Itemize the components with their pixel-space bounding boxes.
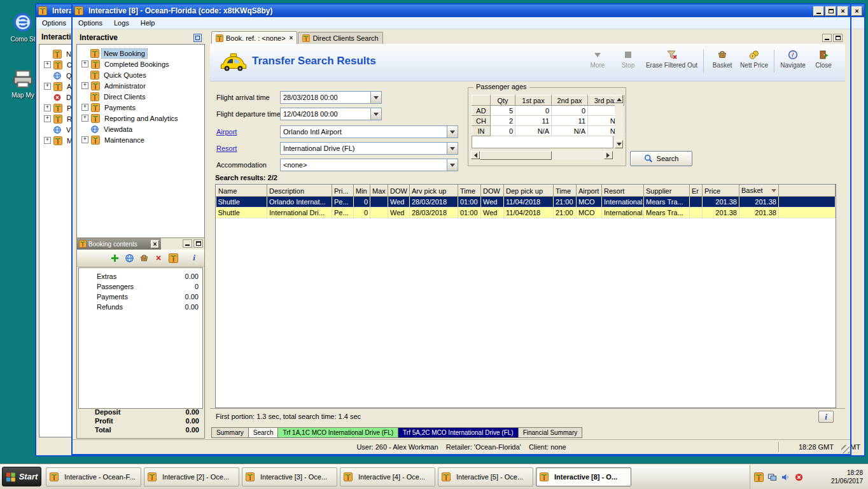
column-header[interactable]: Min xyxy=(354,185,370,197)
resize-grip[interactable] xyxy=(841,445,850,453)
column-header[interactable]: Arv pick up xyxy=(410,185,458,197)
tree-item-direct-clients[interactable]: Direct Clients xyxy=(77,91,204,102)
pax-row-adults[interactable]: AD 5 0 0 0 xyxy=(472,106,624,116)
pax-cell[interactable]: 0 xyxy=(491,126,515,136)
scroll-right-button[interactable] xyxy=(604,151,613,159)
column-header[interactable]: Er xyxy=(690,185,703,197)
booking-contents-tab[interactable]: Booking contents × xyxy=(77,238,161,250)
taskbar-button-2[interactable]: Interactive [2] - Oce... xyxy=(144,467,239,486)
booking-info-button[interactable]: i xyxy=(189,253,199,263)
erase-filtered-button[interactable]: Erase Filtered Out xyxy=(643,50,700,69)
web-button[interactable] xyxy=(124,253,134,263)
start-button[interactable]: Start xyxy=(2,467,41,486)
column-header[interactable]: Time xyxy=(554,185,577,197)
expand-icon[interactable]: + xyxy=(44,104,51,111)
pax-row-children[interactable]: CH 2 11 11 N/A xyxy=(472,116,624,126)
delete-item-button[interactable]: × xyxy=(153,253,164,263)
nett-price-button[interactable]: Nett Price xyxy=(738,50,771,69)
refresh-booking-button[interactable] xyxy=(168,253,178,263)
collapse-nav-button[interactable] xyxy=(193,34,202,42)
scroll-left-button[interactable] xyxy=(471,151,480,159)
pax-cell[interactable]: 2 xyxy=(491,116,515,126)
tab-financial-summary[interactable]: Financial Summary xyxy=(518,427,583,438)
basket-button[interactable] xyxy=(139,253,149,263)
expand-icon[interactable]: + xyxy=(81,136,88,143)
expand-icon[interactable]: + xyxy=(44,115,51,122)
tab-summary[interactable]: Summary xyxy=(211,427,249,438)
booking-row[interactable]: Passengers0 xyxy=(79,281,202,292)
booking-row[interactable]: Refunds0.00 xyxy=(79,302,202,312)
tree-item-reporting-analytics[interactable]: +Reporting and Analytics xyxy=(77,113,204,124)
close-page-button[interactable]: Close xyxy=(808,50,839,69)
tab-direct-clients-search[interactable]: Direct Clients Search xyxy=(298,32,382,44)
taskbar-button-4[interactable]: Interactive [4] - Oce... xyxy=(340,467,435,486)
tab-booking-ref[interactable]: Book. ref. : <none> × xyxy=(211,31,297,44)
expand-icon[interactable]: + xyxy=(81,115,88,122)
column-header-basket[interactable]: Basket xyxy=(739,185,779,197)
restore-panel-button[interactable] xyxy=(193,239,203,248)
tree-item-viewdata[interactable]: Viewdata xyxy=(77,124,204,134)
navigate-button[interactable]: Navigate xyxy=(778,50,808,69)
flight-arrival-combo[interactable]: 28/03/2018 00:00 xyxy=(280,91,382,104)
column-header[interactable]: Dep pick up xyxy=(504,185,554,197)
taskbar-button-3[interactable]: Interactive [3] - Oce... xyxy=(242,467,337,486)
pax-cell[interactable]: 11 xyxy=(515,116,552,126)
booking-row[interactable]: Payments0.00 xyxy=(79,292,202,302)
result-row-selected[interactable]: ShuttleOrlando Internat... Pe...0 Wed 28… xyxy=(216,197,836,208)
menu-help[interactable]: Help xyxy=(135,19,161,27)
column-header[interactable]: Max xyxy=(370,185,388,197)
booking-contents-panel[interactable]: Booking contents × × i Extras0.00 Passen… xyxy=(76,237,205,439)
result-row[interactable]: ShuttleInternational Dri... Pe...0 Wed 2… xyxy=(216,208,836,218)
maximize-pane-button[interactable] xyxy=(833,34,843,42)
dropdown-arrow-icon[interactable] xyxy=(447,159,458,171)
close-button[interactable]: × xyxy=(837,6,848,16)
collapse-pane-button[interactable] xyxy=(822,34,832,42)
tab-trf-5a2c[interactable]: Trf 5A,2C MCO International Drive (FL) xyxy=(398,427,519,438)
pax-cell[interactable]: 5 xyxy=(491,106,515,116)
tray-palm-icon[interactable] xyxy=(754,472,764,482)
menu-options[interactable]: Options xyxy=(73,19,108,27)
airport-combo[interactable]: Orlando Intl Airport xyxy=(280,125,458,138)
dropdown-arrow-icon[interactable] xyxy=(370,92,381,103)
tree-item-maintenance[interactable]: +Maintenance xyxy=(77,134,204,145)
minimize-panel-button[interactable] xyxy=(183,239,192,248)
pax-vertical-scrollbar[interactable] xyxy=(615,95,623,148)
column-header[interactable]: DOW xyxy=(388,185,410,197)
expand-icon[interactable]: + xyxy=(81,104,88,111)
expand-icon[interactable]: + xyxy=(44,83,51,90)
add-item-button[interactable] xyxy=(109,253,120,263)
dropdown-arrow-icon[interactable] xyxy=(447,143,458,154)
column-header[interactable]: Supplier xyxy=(644,185,690,197)
minimize-button[interactable] xyxy=(813,6,824,16)
expand-icon[interactable]: + xyxy=(44,137,51,144)
close-panel-icon[interactable]: × xyxy=(151,240,159,248)
taskbar-button-5[interactable]: Interactive [5] - Oce... xyxy=(438,467,533,486)
column-header[interactable]: DOW xyxy=(481,185,504,197)
column-header[interactable]: Time xyxy=(458,185,481,197)
resort-combo[interactable]: International Drive (FL) xyxy=(280,142,458,155)
pax-cell[interactable]: N/A xyxy=(515,126,552,136)
tab-search[interactable]: Search xyxy=(248,427,279,438)
close-tab-icon[interactable]: × xyxy=(290,34,293,41)
resort-link[interactable]: Resort xyxy=(216,145,237,152)
dropdown-arrow-icon[interactable] xyxy=(447,126,458,138)
column-header[interactable]: Price xyxy=(703,185,739,197)
tab-trf-1a1c[interactable]: Trf 1A,1C MCO International Drive (FL) xyxy=(277,427,398,438)
taskbar-button-1[interactable]: Interactive - Ocean-F... xyxy=(46,467,141,486)
flight-departure-combo[interactable]: 12/04/2018 00:00 xyxy=(280,108,382,120)
expand-icon[interactable]: + xyxy=(81,82,88,89)
tree-item-completed-bookings[interactable]: +Completed Bookings xyxy=(77,59,204,69)
info-button[interactable]: i xyxy=(818,411,834,423)
maximize-button[interactable] xyxy=(825,6,836,16)
tray-network-icon[interactable] xyxy=(767,472,777,482)
scroll-up-button[interactable] xyxy=(615,95,623,103)
accommodation-combo[interactable]: <none> xyxy=(280,159,458,171)
pax-cell[interactable]: 0 xyxy=(552,106,588,116)
column-header[interactable]: Description xyxy=(267,185,332,197)
tree-item-payments[interactable]: +Payments xyxy=(77,102,204,113)
tray-volume-icon[interactable] xyxy=(781,472,790,482)
column-header[interactable]: Name xyxy=(216,185,267,197)
stop-button[interactable]: Stop xyxy=(613,50,643,69)
search-button[interactable]: Search xyxy=(630,151,692,166)
tree-item-new-booking[interactable]: New Booking xyxy=(77,48,204,59)
